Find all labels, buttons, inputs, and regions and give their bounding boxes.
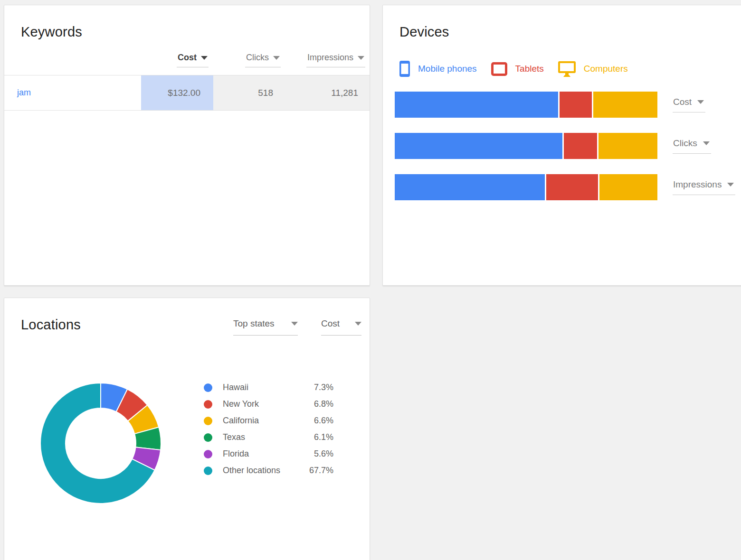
devices-cost-label: Cost [673,97,692,107]
legend-label: Texas [223,432,314,442]
locations-cost-label: Cost [321,318,340,329]
chevron-down-icon [273,56,280,60]
chevron-down-icon [727,183,734,187]
legend-item-new-york: New York 6.8% [204,396,333,412]
legend-label: Hawaii [223,383,314,392]
chevron-down-icon [201,56,208,60]
devices-bar-cost [395,92,657,118]
chevron-down-icon [355,322,361,326]
desktop-icon [558,61,576,77]
devices-bar-row-cost: Cost [395,92,741,118]
legend-label: Other locations [223,466,309,476]
legend-value: 67.7% [309,466,333,476]
legend-label: California [223,416,314,426]
devices-clicks-dropdown[interactable]: Clicks [673,138,711,154]
keywords-card-title: Keywords [21,24,82,40]
legend-dot [204,467,212,475]
chevron-down-icon [358,56,364,60]
locations-card: Locations Top states Cost Hawaii 7.3% Ne… [4,298,370,560]
legend-item-other-locations: Other locations 67.7% [204,462,333,479]
devices-legend: Mobile phones Tablets Computers [399,60,628,78]
locations-card-title: Locations [21,317,81,333]
locations-cost-dropdown[interactable]: Cost [321,318,361,336]
tablet-icon [491,62,507,76]
top-states-label: Top states [233,318,275,329]
legend-value: 7.3% [314,383,333,392]
legend-dot [204,433,212,442]
legend-dot [204,417,212,425]
legend-value: 6.8% [314,399,333,409]
legend-item-california: California 6.6% [204,412,333,429]
devices-cost-dropdown[interactable]: Cost [673,97,705,112]
cost-cell: $132.00 [141,75,213,110]
chevron-down-icon [291,322,298,326]
legend-dot [204,450,212,458]
bar-segment-tablets [564,133,597,159]
locations-legend: Hawaii 7.3% New York 6.8% California 6.6… [204,379,333,479]
devices-bar-clicks [395,133,657,159]
legend-item-texas: Texas 6.1% [204,429,333,446]
devices-impressions-label: Impressions [673,179,722,190]
bar-segment-mobile-phones [395,174,545,200]
devices-clicks-label: Clicks [673,138,697,149]
chevron-down-icon [703,141,710,145]
bar-segment-computers [599,174,657,200]
bar-segment-computers [593,92,657,118]
clicks-column-label: Clicks [246,53,269,63]
devices-bar-impressions [395,174,657,200]
legend-item-florida: Florida 5.6% [204,446,333,462]
legend-dot [204,383,212,392]
devices-impressions-dropdown[interactable]: Impressions [673,179,735,195]
legend-label: Florida [223,449,314,459]
legend-item-mobile-phones: Mobile phones [399,61,477,77]
impressions-column-label: Impressions [307,53,353,63]
impressions-cell: 11,281 [290,75,370,110]
bar-segment-mobile-phones [395,92,558,118]
legend-item-hawaii: Hawaii 7.3% [204,379,333,396]
legend-item-computers: Computers [558,61,628,77]
keywords-card: Keywords Cost Clicks Impressions [4,5,370,286]
bar-segment-tablets [560,92,592,118]
clicks-cell: 518 [213,75,290,110]
chevron-down-icon [697,100,704,104]
smartphone-icon [399,61,410,77]
legend-item-tablets: Tablets [491,62,544,76]
legend-label: Mobile phones [418,64,477,74]
legend-value: 6.6% [314,416,333,426]
cost-column-label: Cost [178,53,197,63]
legend-dot [204,400,212,409]
impressions-column-sort-dropdown[interactable]: Impressions [306,53,365,67]
devices-bar-row-clicks: Clicks [395,133,741,159]
legend-label: Computers [584,64,628,74]
clicks-column-sort-dropdown[interactable]: Clicks [245,53,281,67]
legend-label: Tablets [515,64,544,74]
keywords-table-header: Cost Clicks Impressions [4,53,370,75]
legend-label: New York [223,399,314,409]
legend-value: 5.6% [314,449,333,459]
bar-segment-computers [598,133,657,159]
devices-bar-row-impressions: Impressions [395,174,741,200]
top-states-dropdown[interactable]: Top states [233,318,298,336]
keywords-table: Cost Clicks Impressions jam [4,53,370,111]
bar-segment-mobile-phones [395,133,562,159]
locations-donut-chart [39,382,162,505]
table-row: jam $132.00 518 11,281 [4,75,370,111]
legend-value: 6.1% [314,432,333,442]
devices-card: Devices Mobile phones Tablets Computers [382,5,741,286]
devices-card-title: Devices [399,24,449,40]
bar-segment-tablets [546,174,598,200]
keyword-link[interactable]: jam [17,88,31,98]
cost-column-sort-dropdown[interactable]: Cost [177,53,209,67]
